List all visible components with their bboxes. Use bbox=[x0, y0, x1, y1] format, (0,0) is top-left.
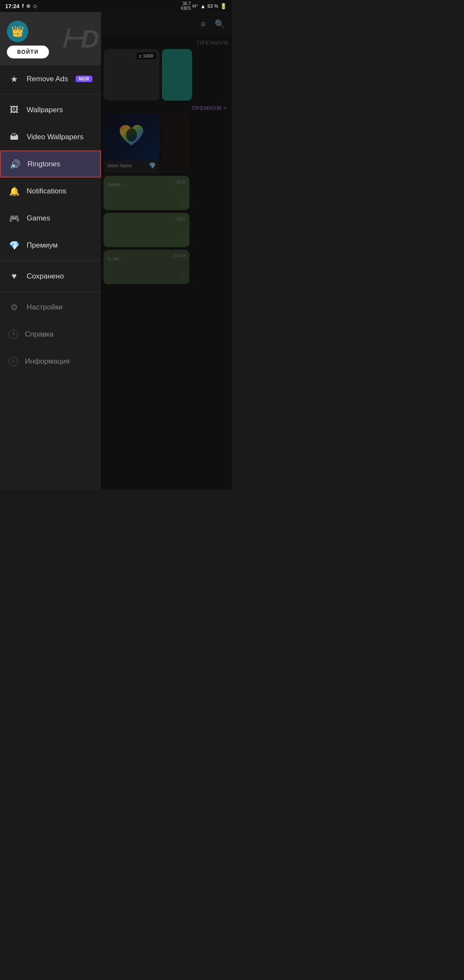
drawer-menu: ★ Remove Ads NEW 🖼 Wallpapers 🏔 Video Wa… bbox=[0, 65, 101, 490]
signal-type: H⁺ bbox=[192, 3, 198, 9]
menu-item-settings[interactable]: ⚙ Настройки bbox=[0, 294, 101, 321]
status-time: 17:24 bbox=[5, 3, 19, 9]
divider-1 bbox=[0, 94, 101, 95]
login-button[interactable]: ВОЙТИ bbox=[7, 46, 49, 58]
battery-percent: 63 % bbox=[208, 3, 218, 9]
menu-item-premium[interactable]: 💎 Премиум bbox=[0, 232, 101, 259]
battery-icon: 🔋 bbox=[220, 3, 227, 9]
settings-icon: ⚙ bbox=[9, 302, 20, 312]
status-right: 36.7KB/S H⁺ ▲ 63 % 🔋 bbox=[181, 1, 227, 11]
drawer-header: 👑 ВОЙТИ ⊢D bbox=[0, 12, 101, 65]
info-icon: i bbox=[9, 357, 18, 366]
brand-logo: ⊢D bbox=[61, 24, 97, 54]
menu-label-premium: Премиум bbox=[27, 241, 58, 250]
radio-icon: ⊕ bbox=[26, 3, 31, 9]
menu-label-video-wallpapers: Video Wallpapers bbox=[27, 133, 83, 141]
fb-icon: f bbox=[22, 3, 24, 9]
divider-3 bbox=[0, 291, 101, 292]
menu-label-remove-ads: Remove Ads bbox=[27, 75, 68, 83]
menu-item-notifications[interactable]: 🔔 Notifications bbox=[0, 178, 101, 205]
notification-icon: 🔔 bbox=[9, 186, 20, 196]
menu-label-settings: Настройки bbox=[27, 303, 62, 312]
games-icon: 🎮 bbox=[9, 213, 20, 224]
drawer-header-inner: 👑 ВОЙТИ bbox=[7, 21, 49, 58]
menu-label-info: Информация bbox=[25, 357, 70, 366]
menu-item-video-wallpapers[interactable]: 🏔 Video Wallpapers bbox=[0, 123, 101, 150]
menu-item-saved[interactable]: ♥ Сохранено bbox=[0, 263, 101, 290]
network-speed: 36.7KB/S bbox=[181, 1, 191, 11]
ringtone-icon: 🔊 bbox=[9, 159, 21, 169]
menu-item-info[interactable]: i Информация bbox=[0, 348, 101, 375]
menu-label-ringtones: Ringtones bbox=[27, 160, 61, 168]
menu-item-wallpapers[interactable]: 🖼 Wallpapers bbox=[0, 96, 101, 123]
video-wallpaper-icon: 🏔 bbox=[9, 132, 20, 142]
status-bar: 17:24 f ⊕ ◇ 36.7KB/S H⁺ ▲ 63 % 🔋 bbox=[0, 0, 232, 12]
menu-item-ringtones[interactable]: 🔊 Ringtones bbox=[0, 150, 101, 178]
diamond-icon: ◇ bbox=[33, 3, 37, 9]
wallpaper-icon: 🖼 bbox=[9, 105, 20, 115]
signal-icon: ▲ bbox=[200, 3, 206, 9]
menu-label-notifications: Notifications bbox=[27, 187, 67, 196]
help-icon: ? bbox=[9, 330, 18, 339]
menu-item-remove-ads[interactable]: ★ Remove Ads NEW bbox=[0, 65, 101, 92]
avatar-icon: 👑 bbox=[11, 25, 24, 37]
menu-label-help: Справка bbox=[25, 330, 54, 339]
menu-item-games[interactable]: 🎮 Games bbox=[0, 205, 101, 232]
divider-2 bbox=[0, 260, 101, 261]
menu-label-games: Games bbox=[27, 214, 50, 223]
saved-icon: ♥ bbox=[9, 271, 20, 281]
menu-label-saved: Сохранено bbox=[27, 272, 64, 281]
star-icon: ★ bbox=[9, 74, 20, 84]
new-badge: NEW bbox=[76, 76, 92, 82]
drawer: 👑 ВОЙТИ ⊢D ★ Remove Ads NEW 🖼 Wallpapers… bbox=[0, 12, 101, 490]
premium-icon: 💎 bbox=[9, 240, 20, 251]
menu-item-help[interactable]: ? Справка bbox=[0, 321, 101, 348]
menu-label-wallpapers: Wallpapers bbox=[27, 106, 63, 114]
status-left: 17:24 f ⊕ ◇ bbox=[5, 3, 37, 9]
avatar: 👑 bbox=[7, 21, 28, 42]
